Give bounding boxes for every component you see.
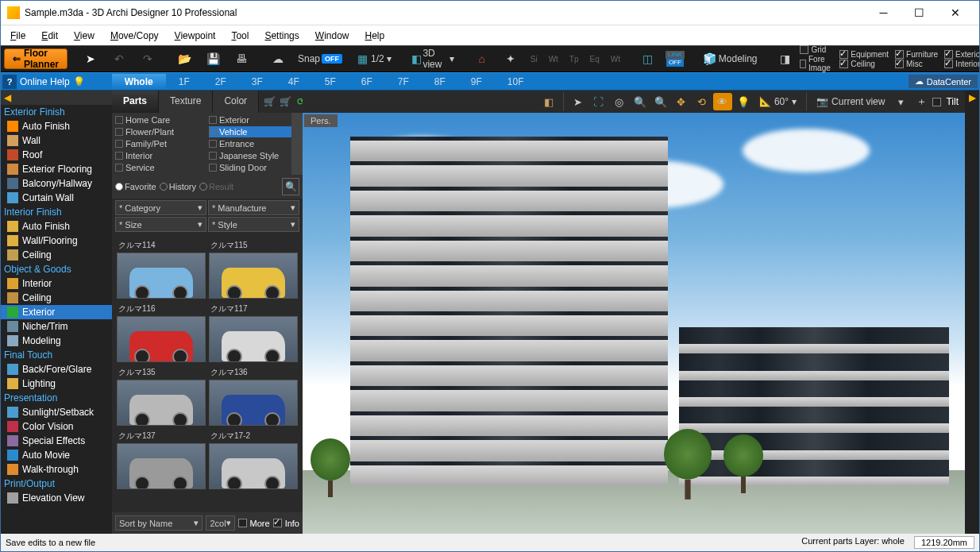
part-card[interactable]: クルマ17-2 (209, 429, 298, 489)
right-panel-collapse[interactable]: ▶ (965, 91, 979, 534)
online-help-link[interactable]: Online Help (20, 76, 70, 87)
floor-planner-button[interactable]: ⇐ Floor Planner (4, 48, 68, 69)
sidebar-item-autofinish[interactable]: Auto Finish (1, 119, 112, 133)
category-exterior[interactable]: Exterior (209, 114, 299, 125)
sidebar-item-automovie[interactable]: Auto Movie (1, 448, 112, 462)
sidebar-item-nichetrim[interactable]: Niche/Trim (1, 319, 112, 334)
3d-canvas[interactable]: Pers. /*floors populated below*/ (303, 113, 965, 534)
cloud-button[interactable]: ☁ (264, 48, 291, 69)
menu-file[interactable]: File (4, 28, 32, 44)
snap-toggle[interactable]: SnapOFF (293, 48, 347, 69)
part-card[interactable]: クルマ114 (117, 238, 206, 299)
eq-button[interactable]: Eq (585, 48, 604, 69)
fullscreen-button[interactable]: ⛶ (589, 93, 608, 110)
category-flowerplant[interactable]: Flower/Plant (115, 126, 206, 137)
menu-tool[interactable]: Tool (225, 28, 255, 44)
floor-tab-4f[interactable]: 4F (276, 74, 312, 90)
menu-settings[interactable]: Settings (258, 28, 305, 44)
rotate-button[interactable]: ⟲ (693, 93, 712, 110)
3d-view-dropdown[interactable]: ◧3D view▾ (406, 48, 459, 69)
link-toggle[interactable]: LINK OFF (663, 48, 687, 69)
orbit-button[interactable]: 👁 (713, 93, 732, 110)
sidebar-item-backforeglare[interactable]: Back/Fore/Glare (1, 362, 112, 376)
category-slidingdoor[interactable]: Sliding Door (209, 162, 299, 173)
floor-tab-7f[interactable]: 7F (385, 74, 422, 90)
zoom-in-button[interactable]: 🔍 (631, 93, 650, 110)
sidebar-item-curtainwall[interactable]: Curtain Wall (1, 191, 112, 205)
sidebar-item-balconyhallway[interactable]: Balcony/Hallway (1, 176, 112, 191)
info-checkbox[interactable] (273, 519, 282, 527)
radio-history[interactable]: History (160, 182, 196, 191)
category-interior[interactable]: Interior (115, 150, 206, 161)
category-service[interactable]: Service (115, 162, 206, 173)
menu-window[interactable]: Window (309, 28, 356, 44)
category-familypet[interactable]: Family/Pet (115, 138, 206, 149)
part-card[interactable]: クルマ137 (117, 429, 206, 489)
tp-button[interactable]: Tp (565, 48, 584, 69)
sidebar-item-ceiling[interactable]: Ceiling (1, 248, 112, 262)
part-card[interactable]: クルマ136 (209, 365, 298, 426)
part-card[interactable]: クルマ135 (117, 365, 206, 426)
size-filter[interactable]: * Size▾ (115, 217, 206, 232)
wt-button[interactable]: Wt (544, 48, 563, 69)
sidebar-item-lighting[interactable]: Lighting (1, 376, 112, 391)
floor-tab-10f[interactable]: 10F (495, 74, 537, 90)
sidebar-item-interior[interactable]: Interior (1, 276, 112, 291)
search-button[interactable]: 🔍 (282, 178, 299, 195)
floor-tab-1f[interactable]: 1F (166, 74, 203, 90)
more-checkbox[interactable] (238, 519, 247, 527)
view-add-button[interactable]: ＋ (912, 93, 931, 110)
select-tool[interactable]: ➤ (569, 93, 588, 110)
pointer-tool[interactable]: ➤ (77, 48, 104, 69)
sidebar-item-wall[interactable]: Wall (1, 133, 112, 148)
cube-button[interactable]: ◧ (539, 93, 558, 110)
save-button[interactable]: 💾 (199, 48, 226, 69)
grid-ratio-button[interactable]: ▦1/2▾ (349, 48, 396, 69)
sidebar-item-walkthrough[interactable]: Walk-through (1, 462, 112, 477)
floor-tab-6f[interactable]: 6F (349, 74, 385, 90)
floor-tab-whole[interactable]: Whole (112, 74, 166, 90)
house-button[interactable]: ⌂ (469, 48, 496, 69)
close-button[interactable]: ✕ (937, 1, 973, 25)
sidebar-item-roof[interactable]: Roof (1, 148, 112, 162)
open-button[interactable]: 📂 (171, 48, 198, 69)
sidebar-item-specialeffects[interactable]: Special Effects (1, 434, 112, 448)
chk-foreimage[interactable] (800, 60, 806, 68)
chk-interior[interactable] (944, 60, 953, 68)
panels-button[interactable]: ◫ (635, 48, 662, 69)
sidebar-item-sunlightsetback[interactable]: Sunlight/Setback (1, 405, 112, 419)
manufacture-filter[interactable]: * Manufacture▾ (208, 200, 299, 215)
tilt-checkbox[interactable] (932, 98, 941, 106)
sidebar-item-exterior[interactable]: Exterior (1, 305, 112, 319)
maximize-button[interactable]: ☐ (901, 1, 937, 25)
ptab-color[interactable]: Color (213, 91, 259, 113)
sidebar-item-ceiling[interactable]: Ceiling (1, 291, 112, 305)
pan-button[interactable]: ✥ (672, 93, 691, 110)
category-japanesestyle[interactable]: Japanese Style (209, 150, 299, 161)
redo-button[interactable]: ↷ (134, 48, 161, 69)
radio-favorite[interactable]: Favorite (115, 182, 156, 191)
menu-view[interactable]: View (68, 28, 101, 44)
levels-button[interactable]: ◨ (771, 48, 798, 69)
view-collapse-button[interactable]: ▾ (891, 93, 910, 110)
chk-grid[interactable] (800, 45, 808, 54)
part-card[interactable]: クルマ115 (209, 238, 298, 299)
magic-button[interactable]: ✦ (497, 48, 524, 69)
category-homecare[interactable]: Home Care (115, 114, 206, 125)
datacenter-button[interactable]: ☁DataCenter (909, 75, 978, 88)
ptab-texture[interactable]: Texture (159, 91, 213, 113)
floor-tab-8f[interactable]: 8F (422, 74, 458, 90)
style-filter[interactable]: * Style▾ (208, 217, 299, 232)
sidebar-item-autofinish[interactable]: Auto Finish (1, 219, 112, 234)
floor-tab-3f[interactable]: 3F (239, 74, 276, 90)
sidebar-item-colorvision[interactable]: Color Vision (1, 419, 112, 434)
sort-dropdown[interactable]: Sort by Name▾ (115, 515, 203, 531)
sidebar-item-modeling[interactable]: Modeling (1, 334, 112, 348)
minimize-button[interactable]: ─ (866, 1, 901, 25)
si-button[interactable]: Si (526, 48, 542, 69)
menu-viewpoint[interactable]: Viewpoint (168, 28, 222, 44)
cart-add-icon[interactable]: 🛒 (278, 95, 292, 109)
chk-misc[interactable] (895, 60, 904, 68)
category-filter[interactable]: * Category▾ (115, 200, 206, 215)
zoom-fit-button[interactable]: ◎ (610, 93, 629, 110)
